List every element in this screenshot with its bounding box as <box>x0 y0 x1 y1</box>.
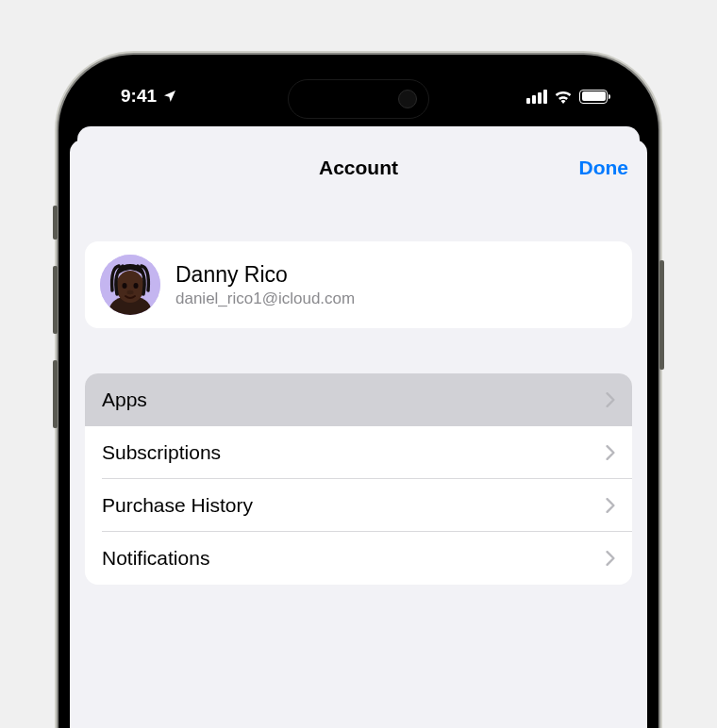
sheet-title: Account <box>319 157 398 179</box>
menu-item-notifications[interactable]: Notifications <box>85 532 632 585</box>
cellular-icon <box>526 90 547 104</box>
menu-item-label: Subscriptions <box>102 441 221 464</box>
status-time: 9:41 <box>121 86 157 107</box>
chevron-right-icon <box>606 498 615 513</box>
profile-email: daniel_rico1@icloud.com <box>175 290 355 308</box>
menu-item-subscriptions[interactable]: Subscriptions <box>85 426 632 479</box>
sheet-content: Danny Rico daniel_rico1@icloud.com Apps … <box>70 196 647 585</box>
svg-point-4 <box>134 283 139 289</box>
location-arrow-icon <box>162 89 177 104</box>
chevron-right-icon <box>606 392 615 407</box>
menu-item-label: Notifications <box>102 547 209 570</box>
svg-point-5 <box>127 290 134 294</box>
sheet-header: Account Done <box>70 140 647 196</box>
chevron-right-icon <box>606 445 615 460</box>
status-indicators <box>526 82 613 104</box>
account-menu-list: Apps Subscriptions Purchase History Noti… <box>85 373 632 585</box>
profile-text: Danny Rico daniel_rico1@icloud.com <box>175 262 355 308</box>
profile-card[interactable]: Danny Rico daniel_rico1@icloud.com <box>85 241 632 328</box>
wifi-icon <box>554 90 573 104</box>
menu-item-label: Purchase History <box>102 494 253 517</box>
status-time-area: 9:41 <box>104 78 177 107</box>
profile-name: Danny Rico <box>175 262 355 288</box>
phone-side-buttons-right <box>659 260 664 370</box>
avatar <box>100 255 160 315</box>
svg-point-3 <box>123 283 127 289</box>
menu-item-purchase-history[interactable]: Purchase History <box>85 479 632 532</box>
phone-frame: 9:41 Account Done <box>58 55 659 728</box>
chevron-right-icon <box>606 551 615 566</box>
camera-dot <box>398 90 417 108</box>
done-button[interactable]: Done <box>579 157 629 179</box>
menu-item-label: Apps <box>102 389 147 411</box>
phone-screen: 9:41 Account Done <box>70 66 647 728</box>
account-sheet: Account Done <box>70 140 647 728</box>
menu-item-apps[interactable]: Apps <box>85 373 632 426</box>
phone-side-buttons-left <box>53 206 57 428</box>
battery-icon <box>579 90 608 104</box>
dynamic-island <box>288 79 429 119</box>
